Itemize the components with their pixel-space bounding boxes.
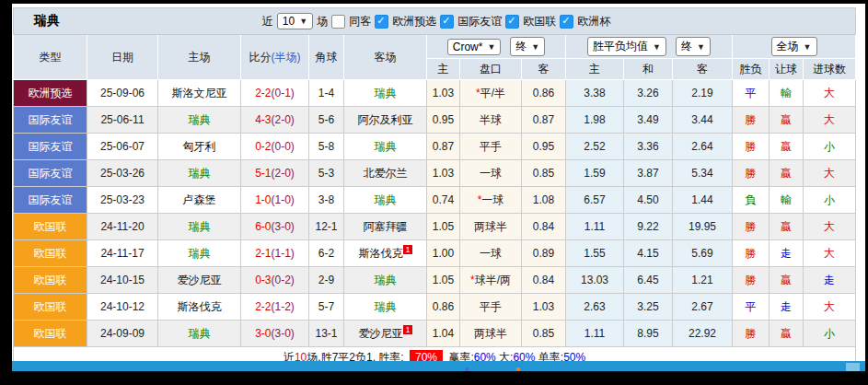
- col-header-avg-draw: 和: [624, 59, 673, 80]
- odds-home: 0.86: [427, 294, 460, 321]
- halftime-score: (0-2): [272, 274, 295, 286]
- col-header-date: 日期: [87, 35, 158, 80]
- team-title: 瑞典: [34, 13, 60, 29]
- match-row: 欧洲预选 25-09-06 斯洛文尼亚 2-2(0-1) 1-4 瑞典 1.03…: [14, 80, 856, 107]
- odds-away: 0.86: [522, 80, 566, 107]
- match-row: 国际友谊 25-06-11 瑞典 4-3(2-0) 5-6 阿尔及利亚 0.95…: [14, 107, 856, 134]
- avg-draw: 3.49: [624, 107, 673, 134]
- match-score: 5-1(2-0): [241, 160, 309, 187]
- handicap-result-flag: 贏: [770, 107, 804, 134]
- goals-flag: 大: [804, 107, 856, 134]
- scrollbar-thumb[interactable]: [846, 363, 860, 371]
- avg-type-select[interactable]: 胜平负均值▼: [587, 37, 666, 56]
- col-header-handicap-result: 让球: [770, 59, 804, 80]
- avg-state-select[interactable]: 终▼: [676, 37, 711, 56]
- home-team: 瑞典: [158, 240, 241, 267]
- avg-draw: 3.87: [624, 160, 673, 187]
- goals-flag: 大: [804, 214, 856, 240]
- odds-state-select[interactable]: 终▼: [510, 37, 545, 56]
- filter-checkbox-euro-qualifier[interactable]: [375, 15, 388, 29]
- match-date: 25-03-23: [87, 187, 158, 214]
- match-type-badge: 欧国联: [14, 267, 87, 294]
- filter-label-friendly: 国际友谊: [457, 14, 502, 29]
- handicap-line: 平手: [460, 134, 522, 160]
- match-row: 欧国联 24-11-20 瑞典 6-0(3-0) 12-1 阿塞拜疆 1.05 …: [14, 214, 856, 240]
- avg-away: 19.95: [673, 214, 733, 240]
- col-header-corner: 角球: [309, 35, 344, 80]
- odds-company-select[interactable]: Crow*▼: [447, 39, 502, 55]
- avg-away: 2.19: [673, 80, 733, 107]
- away-team: 北爱尔兰: [344, 160, 427, 187]
- col-header-result: 胜负: [733, 59, 770, 80]
- odds-away: 0.85: [522, 321, 566, 347]
- avg-draw: 3.25: [624, 294, 673, 321]
- filter-label-euro-cup: 欧洲杯: [577, 14, 610, 29]
- filter-checkbox-euro-cup[interactable]: [560, 15, 573, 29]
- red-card-badge: 1: [403, 245, 411, 254]
- handicap-result-flag: 贏: [770, 321, 804, 347]
- match-row: 国际友谊 25-03-23 卢森堡 1-0(1-0) 3-8 瑞典 0.74 *…: [14, 187, 856, 214]
- corner-count: 5-3: [309, 160, 344, 187]
- odds-away: 0.84: [522, 267, 566, 294]
- match-history-panel: 瑞典 近 10▼ 场 同客 欧洲预选 国际友谊 欧国联 欧洲杯 类型 日期 主场…: [12, 4, 865, 371]
- match-history-table: 瑞典 近 10▼ 场 同客 欧洲预选 国际友谊 欧国联 欧洲杯 类型 日期 主场…: [13, 7, 856, 368]
- home-team: 瑞典: [158, 214, 241, 240]
- halftime-score: (1-0): [272, 193, 295, 206]
- result-flag: 勝: [733, 160, 770, 187]
- match-score: 3-0(3-0): [241, 321, 309, 347]
- avg-home: 1.11: [566, 214, 624, 240]
- same-away-label: 同客: [349, 14, 371, 29]
- odds-away: 1.03: [522, 294, 566, 321]
- home-team: 瑞典: [158, 107, 241, 134]
- away-team: 阿塞拜疆: [344, 214, 427, 240]
- halftime-score: (3-0): [272, 220, 295, 233]
- match-date: 24-09-09: [87, 321, 158, 347]
- avg-home: 2.52: [566, 134, 624, 160]
- chevron-down-icon: ▼: [804, 42, 812, 52]
- goals-flag: 大: [804, 80, 856, 107]
- goals-flag: 走: [804, 267, 856, 294]
- match-score: 2-2(0-1): [241, 80, 309, 107]
- handicap-result-flag: 贏: [770, 134, 804, 160]
- col-header-avg-away: 客: [673, 59, 733, 80]
- avg-away: 1.21: [673, 267, 733, 294]
- chevron-down-icon: ▼: [531, 42, 539, 52]
- odds-home: 1.03: [427, 80, 460, 107]
- bottom-scroll-bar[interactable]: [12, 361, 865, 371]
- handicap-line: 半球: [460, 107, 522, 134]
- odds-home: 1.00: [427, 240, 460, 267]
- match-score: 0-2(0-0): [241, 134, 309, 160]
- same-away-checkbox[interactable]: [331, 15, 345, 29]
- red-card-badge: 1: [403, 325, 411, 334]
- away-team: 瑞典: [344, 267, 427, 294]
- chevron-down-icon: ▼: [653, 42, 661, 52]
- fulltime-score: 2-2: [255, 300, 271, 313]
- filter-checkbox-nations-league[interactable]: [505, 15, 519, 29]
- scope-select[interactable]: 全场▼: [771, 37, 817, 56]
- result-flag: 勝: [733, 214, 770, 240]
- filter-label-nations-league: 欧国联: [523, 14, 556, 29]
- odds-away: 1.08: [522, 187, 566, 214]
- filter-checkbox-friendly[interactable]: [440, 15, 454, 29]
- fulltime-score: 2-2: [255, 87, 271, 99]
- avg-away: 3.44: [673, 107, 733, 134]
- col-header-home: 主场: [158, 35, 241, 80]
- result-flag: 勝: [733, 240, 770, 267]
- match-type-badge: 国际友谊: [14, 187, 87, 214]
- col-header-goals: 进球数: [804, 59, 856, 80]
- fulltime-score: 6-0: [255, 220, 271, 233]
- avg-draw: 6.45: [624, 267, 673, 294]
- handicap-result-flag: 贏: [770, 160, 804, 187]
- match-type-badge: 国际友谊: [14, 107, 87, 134]
- match-date: 24-11-20: [87, 214, 158, 240]
- avg-draw: 9.22: [624, 214, 673, 240]
- col-header-handicap: 盘口: [460, 59, 522, 80]
- odds-home: 1.04: [427, 321, 460, 347]
- avg-away: 5.34: [673, 160, 733, 187]
- chevron-down-icon: ▼: [697, 42, 705, 52]
- matches-count-select[interactable]: 10▼: [277, 13, 313, 29]
- fulltime-score: 5-1: [255, 167, 271, 180]
- corner-count: 2-9: [309, 267, 344, 294]
- corner-count: 5-6: [309, 107, 344, 134]
- match-date: 24-10-15: [87, 267, 158, 294]
